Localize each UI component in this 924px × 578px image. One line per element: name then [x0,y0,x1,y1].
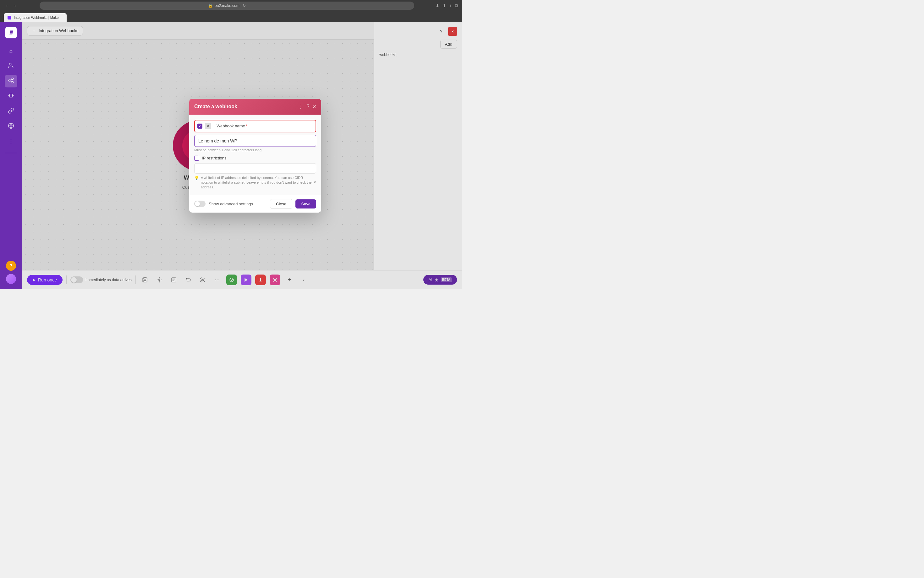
field-type-badge: A [205,123,211,129]
ip-input[interactable] [194,163,316,173]
home-icon: ⌂ [10,48,13,54]
modal-header: Create a webhook ⋮ ? × [189,98,321,114]
webhook-name-input[interactable] [194,135,316,146]
required-marker: * [246,123,248,128]
sidebar-logo[interactable]: /// [5,27,17,38]
sidebar-item-connections[interactable] [5,105,17,118]
create-webhook-modal: Create a webhook ⋮ ? × ✓ A Webhook nam [189,98,321,212]
users-icon [8,62,14,70]
new-tab-icon: + [450,3,452,8]
nav-back-button[interactable]: ‹ [4,3,10,9]
ip-checkbox[interactable] [194,155,199,161]
advanced-toggle-knob [195,201,200,206]
window-icon: ⧉ [455,3,458,8]
sidebar-item-globe[interactable] [5,120,17,133]
sidebar-item-users[interactable] [5,60,17,72]
ip-hint: 💡 A whitelist of IP addresses delimited … [194,175,316,190]
ip-checkbox-row: IP restrictions [194,155,316,161]
ip-hint-text: A whitelist of IP addresses delimited by… [201,175,316,190]
field-label: Webhook name* [217,123,248,128]
logo-mark: /// [10,29,12,36]
modal-overlay: Create a webhook ⋮ ? × ✓ A Webhook nam [22,22,462,289]
sidebar-divider [5,153,17,153]
main-content: ← Integration Webhooks ⚡ [22,22,462,289]
ip-restrictions-section: IP restrictions 💡 A whitelist of IP addr… [194,155,316,190]
browser-top-bar: ‹ › 🔒 eu2.make.com ↻ ⬇ ⬆ + ⧉ [0,0,462,11]
svg-rect-6 [10,94,13,97]
advanced-settings-label: Show advanced settings [209,201,267,206]
bulb-icon: 💡 [194,175,199,190]
modal-help-icon[interactable]: ? [306,104,309,109]
browser-controls: ‹ › [4,3,18,9]
user-avatar[interactable] [6,274,16,284]
tab-favicon [8,16,11,19]
advanced-settings-toggle[interactable] [194,201,206,207]
question-mark: ? [10,263,13,268]
svg-point-0 [9,63,11,65]
lock-icon: 🔒 [208,3,213,8]
modal-save-button[interactable]: Save [295,200,316,208]
help-button[interactable]: ? [6,261,16,271]
modal-more-icon[interactable]: ⋮ [298,104,303,109]
url-bar[interactable]: 🔒 eu2.make.com ↻ [40,2,414,10]
ip-restrictions-label: IP restrictions [202,156,227,161]
sidebar-item-home[interactable]: ⌂ [5,45,17,57]
modal-close-button[interactable]: Close [270,199,292,209]
svg-line-4 [10,79,12,80]
download-icon: ⬇ [435,3,439,8]
share-icon: ⬆ [442,3,446,8]
modal-close-icon[interactable]: × [312,103,316,110]
modal-header-icons: ⋮ ? × [298,103,316,110]
url-text: eu2.make.com [215,3,239,8]
sidebar-item-more[interactable]: ⋮ [5,135,17,148]
more-dots-icon: ⋮ [8,138,14,145]
globe-icon [8,123,14,130]
share-icon [8,77,14,85]
sidebar-item-share[interactable] [5,75,17,88]
nav-forward-button[interactable]: › [12,3,18,9]
svg-line-5 [10,81,12,82]
sidebar-bottom: ? [6,261,16,284]
sidebar: /// ⌂ [0,22,22,289]
field-checkbox[interactable]: ✓ [197,123,202,128]
field-separator [214,123,214,129]
modal-body: ✓ A Webhook name* Must be between 1 and … [189,114,321,195]
puzzle-icon [8,93,14,100]
reload-icon: ↻ [243,3,246,8]
browser-tab[interactable]: Integration Webhooks | Make [4,13,66,22]
webhook-name-field-row: ✓ A Webhook name* [194,120,316,132]
sidebar-item-integrations[interactable] [5,90,17,102]
modal-title: Create a webhook [194,104,237,109]
modal-footer: Show advanced settings Close Save [189,195,321,213]
link-icon [8,107,14,115]
browser-chrome: ‹ › 🔒 eu2.make.com ↻ ⬇ ⬆ + ⧉ Integration… [0,0,462,22]
tab-title: Integration Webhooks | Make [14,16,59,19]
field-hint: Must be between 1 and 120 characters lon… [194,148,316,152]
browser-tab-bar: Integration Webhooks | Make [0,11,462,22]
app-layout: /// ⌂ [0,22,462,289]
